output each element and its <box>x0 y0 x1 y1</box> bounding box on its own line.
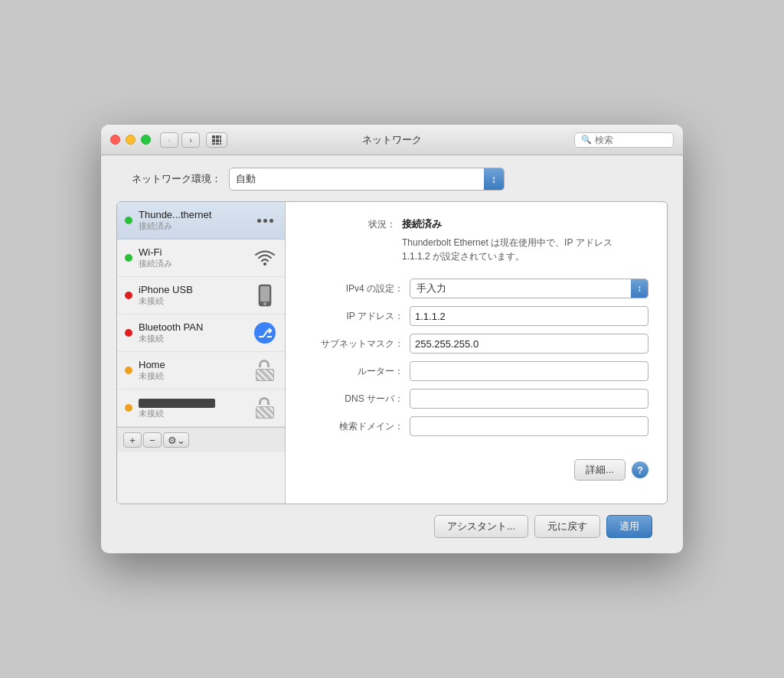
item-status-bluetooth: 未接続 <box>139 333 253 344</box>
back-button[interactable]: ‹ <box>160 132 178 148</box>
forward-button[interactable]: › <box>181 132 200 148</box>
nav-buttons: ‹ › <box>160 132 227 148</box>
network-env-value: 自動 <box>230 170 484 188</box>
help-button[interactable]: ? <box>632 461 648 478</box>
router-label: ルーター： <box>304 365 403 378</box>
search-input[interactable] <box>595 135 667 145</box>
bluetooth-icon: ⎇ <box>253 321 277 345</box>
svg-rect-4 <box>216 139 219 142</box>
details-button[interactable]: 詳細... <box>574 459 626 481</box>
ip-label: IP アドレス： <box>304 310 403 323</box>
traffic-lights <box>110 135 151 145</box>
sidebar-list: Thunde...thernet 接続済み <box>117 202 285 427</box>
svg-rect-11 <box>260 286 270 302</box>
status-dot-green <box>125 217 132 224</box>
sidebar-item-bluetooth[interactable]: Bluetooth PAN 未接続 ⎇ <box>117 315 285 352</box>
status-dot-green-wifi <box>125 254 132 262</box>
item-status-wifi: 接続済み <box>139 258 253 269</box>
grid-button[interactable] <box>206 132 227 148</box>
bottom-bar: アシスタント... 元に戻す 適用 <box>116 504 668 538</box>
sidebar-item-masked[interactable]: 未接続 <box>117 390 285 427</box>
network-env-select[interactable]: 自動 ↕ <box>229 168 505 191</box>
add-button[interactable]: + <box>123 432 142 448</box>
svg-rect-2 <box>220 135 221 139</box>
ipv4-arrow-icon: ↕ <box>631 279 648 298</box>
sidebar: Thunde...thernet 接続済み <box>117 202 286 504</box>
status-section: 状況： 接続済み Thunderbolt Ethernet は現在使用中で、IP… <box>304 217 648 263</box>
svg-rect-1 <box>216 135 219 139</box>
status-label: 状況： <box>304 218 396 231</box>
item-status-thunderbolt: 接続済み <box>139 220 253 232</box>
window-title: ネットワーク <box>362 133 422 147</box>
search-domain-row: 検索ドメイン： <box>304 416 648 436</box>
titlebar: ‹ › ネットワーク 🔍 <box>101 125 683 155</box>
search-domain-input[interactable] <box>410 416 648 436</box>
close-button[interactable] <box>110 135 120 145</box>
item-status-masked: 未接続 <box>139 408 253 419</box>
status-desc: Thunderbolt Ethernet は現在使用中で、IP アドレス 1.1… <box>402 236 616 263</box>
svg-rect-8 <box>220 143 221 145</box>
revert-button[interactable]: 元に戻す <box>534 515 600 538</box>
apply-button[interactable]: 適用 <box>606 515 652 538</box>
status-dot-red-bt <box>125 329 132 337</box>
ipv4-row: IPv4 の設定： 手入力 ↕ <box>304 279 648 298</box>
details-row: 詳細... ? <box>304 459 648 481</box>
sidebar-item-wifi[interactable]: Wi-Fi 接続済み <box>117 240 285 277</box>
search-icon: 🔍 <box>581 135 592 145</box>
network-env-label: ネットワーク環境： <box>132 172 221 186</box>
right-panel: 状況： 接続済み Thunderbolt Ethernet は現在使用中で、IP… <box>286 202 667 504</box>
maximize-button[interactable] <box>141 135 151 145</box>
status-dot-orange-home <box>125 367 132 374</box>
network-env-arrow-icon: ↕ <box>484 168 504 190</box>
item-name-home: Home <box>139 359 253 370</box>
search-box[interactable]: 🔍 <box>574 132 674 148</box>
subnet-input[interactable] <box>410 334 648 354</box>
content-area: ネットワーク環境： 自動 ↕ Thunde...thernet 接続済み <box>101 155 683 553</box>
status-dot-red-iphone <box>125 292 132 299</box>
dns-row: DNS サーバ： <box>304 389 648 409</box>
svg-point-9 <box>263 262 266 266</box>
svg-point-12 <box>263 302 266 305</box>
ipv4-value: 手入力 <box>410 282 631 295</box>
router-row: ルーター： <box>304 361 648 381</box>
item-name-masked <box>139 396 253 408</box>
status-value: 接続済み <box>402 217 442 231</box>
ipv4-select[interactable]: 手入力 ↕ <box>410 279 648 298</box>
dns-input[interactable] <box>410 389 648 409</box>
status-row: 状況： 接続済み <box>304 217 648 231</box>
status-desc-row: Thunderbolt Ethernet は現在使用中で、IP アドレス 1.1… <box>304 236 648 263</box>
status-dot-orange-masked <box>125 404 132 412</box>
assistant-button[interactable]: アシスタント... <box>434 515 528 538</box>
search-domain-label: 検索ドメイン： <box>304 420 403 433</box>
item-status-home: 未接続 <box>139 370 253 382</box>
router-input[interactable] <box>410 361 648 381</box>
iphone-icon <box>253 283 277 308</box>
gear-button[interactable]: ⚙⌄ <box>163 432 189 448</box>
svg-rect-6 <box>212 143 215 145</box>
sidebar-item-iphone-usb[interactable]: iPhone USB 未接続 <box>117 277 285 315</box>
svg-rect-5 <box>220 139 221 142</box>
ip-row: IP アドレス： <box>304 306 648 326</box>
sidebar-footer: + − ⚙⌄ <box>117 427 285 452</box>
network-env-row: ネットワーク環境： 自動 ↕ <box>116 168 668 191</box>
svg-rect-3 <box>212 139 215 142</box>
item-name-iphone: iPhone USB <box>139 284 253 295</box>
sidebar-item-thunderbolt[interactable]: Thunde...thernet 接続済み <box>117 202 285 240</box>
minimize-button[interactable] <box>126 135 136 145</box>
masked-text <box>139 399 215 408</box>
svg-rect-0 <box>212 135 215 139</box>
lock-icon-home <box>253 358 277 383</box>
subnet-label: サブネットマスク： <box>304 337 403 350</box>
main-window: ‹ › ネットワーク 🔍 <box>101 125 683 553</box>
item-name-bluetooth: Bluetooth PAN <box>139 321 253 333</box>
lock-icon-masked <box>253 396 277 420</box>
ip-input[interactable] <box>410 306 648 326</box>
remove-button[interactable]: − <box>143 432 162 448</box>
svg-rect-7 <box>216 143 219 145</box>
ethernet-icon <box>253 208 277 233</box>
sidebar-item-home[interactable]: Home 未接続 <box>117 352 285 390</box>
item-name-wifi: Wi-Fi <box>139 246 253 258</box>
item-name-thunderbolt: Thunde...thernet <box>139 209 253 220</box>
form-section: IPv4 の設定： 手入力 ↕ IP アドレス： サブネットマスク： <box>304 279 648 436</box>
subnet-row: サブネットマスク： <box>304 334 648 354</box>
